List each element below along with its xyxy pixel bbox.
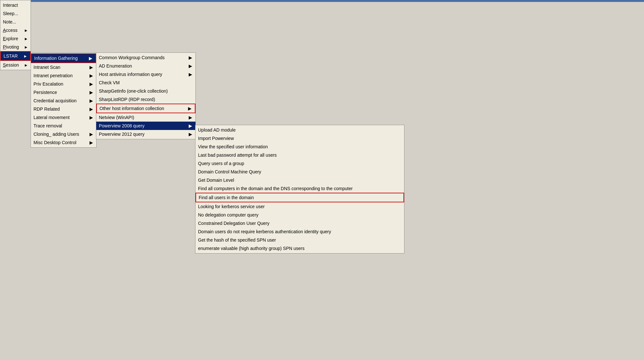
submenu-l2-intranet-scan[interactable]: Intranet Scan ▶ [31, 63, 96, 71]
intranet-scan-arrow-icon: ▶ [90, 65, 93, 70]
menu-interact[interactable]: Interact [0, 1, 31, 9]
menu-lstar[interactable]: LSTAR ▶ [0, 51, 31, 61]
submenu-l3-netview[interactable]: Netview (WinAPI) ▶ [96, 113, 195, 122]
submenu-l2-intranet-penetration[interactable]: Intranet penetration ▶ [31, 71, 96, 80]
netview-arrow-icon: ▶ [189, 115, 192, 120]
pv2008-arrow-icon: ▶ [189, 123, 192, 128]
submenu-l2-rdp-related[interactable]: RDP Related ▶ [31, 105, 96, 113]
submenu-l4: Upload AD module Import Powerview View t… [195, 125, 404, 254]
submenu-l2: Information Gathering ▶ Intranet Scan ▶ … [31, 52, 97, 148]
submenu-l2-misc-desktop[interactable]: Misc Desktop Control ▶ [31, 138, 96, 147]
submenu-l4-last-bad-pwd[interactable]: Last bad password attempt for all users [195, 151, 404, 159]
rdp-arrow-icon: ▶ [90, 106, 93, 112]
submenu-l2-cloning-users[interactable]: Cloning_ adding Users ▶ [31, 130, 96, 138]
submenu-l2-information-gathering[interactable]: Information Gathering ▶ [31, 53, 96, 63]
submenu-l3-sharpgetinfo[interactable]: SharpGetInfo (one-click collection) [96, 87, 195, 95]
submenu-l4-constrained-delegation[interactable]: Constrained Delegation User Query [195, 219, 404, 227]
cred-acq-arrow-icon: ▶ [90, 98, 93, 103]
submenu-l3: Common Workgroup Commands ▶ AD Enumerati… [96, 52, 196, 139]
submenu-l3-powerview2008[interactable]: Powerview 2008 query ▶ [96, 122, 195, 130]
submenu-l4-find-users[interactable]: Find all users in the domain [195, 193, 404, 202]
submenu-l3-sharplistrdp[interactable]: SharpListRDP (RDP record) [96, 95, 195, 104]
pv2012-arrow-icon: ▶ [189, 132, 192, 137]
submenu-l3-other-host[interactable]: Other host information collection ▶ [96, 104, 195, 113]
submenu-l4-domain-users-no-kerb[interactable]: Domain users do not require kerberos aut… [195, 227, 404, 236]
ad-enum-arrow-icon: ▶ [189, 63, 192, 69]
info-gathering-arrow-icon: ▶ [89, 56, 92, 61]
host-av-arrow-icon: ▶ [189, 72, 192, 77]
submenu-l3-host-av[interactable]: Host antivirus information query ▶ [96, 70, 195, 78]
intranet-pen-arrow-icon: ▶ [90, 73, 93, 78]
session-arrow-icon: ▶ [25, 63, 27, 67]
pivoting-arrow-icon: ▶ [25, 45, 27, 49]
submenu-l4-view-user-info[interactable]: View the specified user information [195, 143, 404, 151]
misc-desktop-arrow-icon: ▶ [90, 140, 93, 145]
submenu-l4-get-domain-level[interactable]: Get Domain Level [195, 176, 404, 184]
common-wg-arrow-icon: ▶ [189, 55, 192, 60]
submenu-l4-kerberos-service-user[interactable]: Looking for kerberos service user [195, 202, 404, 211]
submenu-l2-credential-acquisition[interactable]: Credential acquisition ▶ [31, 97, 96, 105]
submenu-l4-enumerate-spn[interactable]: enumerate valuable (high authority group… [195, 244, 404, 253]
submenu-l4-dc-machine-query[interactable]: Domain Control Machine Query [195, 168, 404, 176]
submenu-l3-check-vm[interactable]: Check VM [96, 78, 195, 87]
lstar-arrow-icon: ▶ [24, 54, 27, 58]
main-menu: Interact Sleep... Note... Access ▶ Explo… [0, 0, 31, 70]
lateral-mov-arrow-icon: ▶ [90, 115, 93, 120]
submenu-l3-common-workgroup[interactable]: Common Workgroup Commands ▶ [96, 53, 195, 62]
submenu-l3-ad-enum[interactable]: AD Enumeration ▶ [96, 62, 195, 70]
priv-esc-arrow-icon: ▶ [90, 81, 93, 87]
menu-session[interactable]: Session ▶ [0, 61, 31, 69]
submenu-l2-trace-removal[interactable]: Trace removal [31, 122, 96, 130]
submenu-l4-upload-ad[interactable]: Upload AD module [195, 126, 404, 134]
other-host-arrow-icon: ▶ [188, 106, 192, 111]
menu-access[interactable]: Access ▶ [0, 26, 31, 34]
submenu-l4-no-delegation[interactable]: No delegation computer query [195, 211, 404, 219]
submenu-l2-persistence[interactable]: Persistence ▶ [31, 88, 96, 97]
access-arrow-icon: ▶ [25, 29, 27, 32]
submenu-l3-powerview2012[interactable]: Powerview 2012 query ▶ [96, 130, 195, 138]
top-bar [0, 0, 644, 2]
menu-explore[interactable]: Explore ▶ [0, 34, 31, 43]
menu-pivoting[interactable]: Pivoting ▶ [0, 43, 31, 51]
menu-sleep[interactable]: Sleep... [0, 9, 31, 18]
submenu-l2-priv-escalation[interactable]: Priv Escalation ▶ [31, 80, 96, 88]
persistence-arrow-icon: ▶ [90, 90, 93, 95]
submenu-l4-find-computers[interactable]: Find all computers in the domain and the… [195, 184, 404, 193]
submenu-l2-lateral-movement[interactable]: Lateral movement ▶ [31, 113, 96, 122]
cloning-arrow-icon: ▶ [90, 132, 93, 137]
explore-arrow-icon: ▶ [25, 37, 27, 41]
submenu-l4-hash-spn-user[interactable]: Get the hash of the specified SPN user [195, 236, 404, 244]
menu-note[interactable]: Note... [0, 18, 31, 26]
submenu-l4-query-users-group[interactable]: Query users of a group [195, 159, 404, 168]
submenu-l4-import-pv[interactable]: Import Powerview [195, 134, 404, 143]
